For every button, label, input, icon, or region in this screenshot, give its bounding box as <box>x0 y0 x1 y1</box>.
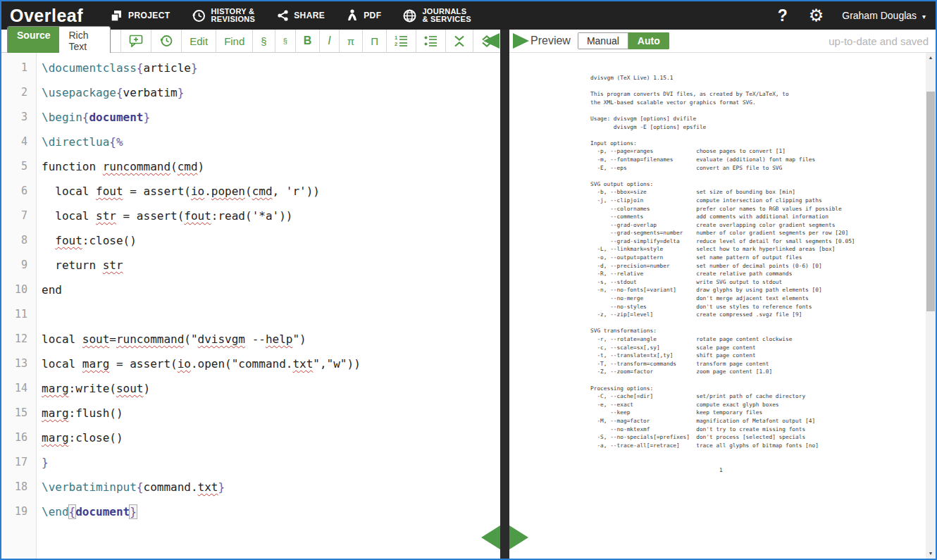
code-text: marg:close() <box>37 425 123 450</box>
nav-project-label: PROJECT <box>128 11 170 20</box>
code-text <box>37 302 42 327</box>
code-line[interactable]: 15marg:flush() <box>1 401 500 425</box>
compile-mode-toggle: Manual Auto <box>578 32 669 49</box>
line-number: 3 <box>1 105 37 130</box>
line-number: 10 <box>1 278 37 302</box>
expand-preview-arrow[interactable] <box>513 33 529 49</box>
code-text: fout:close() <box>37 228 137 253</box>
line-number: 13 <box>1 351 37 376</box>
preview-toolbar: Preview Manual Auto up-to-date and saved <box>509 30 936 53</box>
help-button[interactable]: ? <box>778 6 788 25</box>
code-line[interactable]: 5function runcommand(cmd) <box>1 154 500 179</box>
code-line[interactable]: 17} <box>1 450 500 475</box>
settings-gear-icon[interactable]: ⚙ <box>809 7 824 24</box>
chevrons-inward-icon <box>454 35 465 47</box>
preview-label: Preview <box>530 35 571 47</box>
unordered-list-icon <box>424 35 438 47</box>
code-line[interactable]: 19\end{document} <box>1 499 500 524</box>
auto-compile-button[interactable]: Auto <box>628 32 669 49</box>
italic-button[interactable]: I <box>319 30 338 53</box>
code-text: \documentclass{article} <box>37 56 198 80</box>
numbered-list-button[interactable]: 12 <box>386 30 416 53</box>
nav-journals-services[interactable]: JOURNALS & SERVICES <box>402 8 471 24</box>
code-line[interactable]: 7 local str = assert(fout:read('*a')) <box>1 204 500 228</box>
scrollbar-thumb[interactable] <box>926 92 935 311</box>
expand-preview-arrow-bottom[interactable] <box>509 525 528 549</box>
code-text: function runcommand(cmd) <box>37 154 204 179</box>
line-number: 7 <box>1 204 37 228</box>
line-number: 19 <box>1 499 37 524</box>
scroll-up-arrow[interactable]: ▲ <box>926 53 936 63</box>
track-changes-button[interactable] <box>151 30 181 53</box>
find-button[interactable]: Find <box>216 30 252 53</box>
nav-pdf[interactable]: PDF <box>346 8 381 23</box>
user-menu[interactable]: Graham Douglas ▾ <box>842 10 926 21</box>
clock-history-icon <box>192 8 206 23</box>
collapse-editor-arrow[interactable] <box>483 33 499 49</box>
globe-icon <box>402 8 417 23</box>
code-editor[interactable]: 1\documentclass{article}2\usepackage{ver… <box>1 53 500 559</box>
code-line[interactable]: 3\begin{document} <box>1 105 500 130</box>
code-line[interactable]: 14marg:write(sout) <box>1 376 500 401</box>
share-nodes-icon <box>276 9 289 22</box>
code-line[interactable]: 6 local fout = assert(io.popen(cmd, 'r')… <box>1 179 500 204</box>
mode-toggle: Source Rich Text <box>7 26 111 56</box>
user-name: Graham Douglas <box>842 10 917 21</box>
code-text: } <box>37 450 49 475</box>
code-text: \begin{document} <box>37 105 150 130</box>
subsection-button[interactable]: § <box>275 30 295 53</box>
code-line[interactable]: 10end <box>1 278 500 302</box>
code-text: local sout=runcommand("dvisvgm --help") <box>37 327 306 351</box>
rich-text-mode-button[interactable]: Rich Text <box>59 27 110 55</box>
bullet-list-button[interactable] <box>416 30 445 53</box>
code-text: \usepackage{verbatim} <box>37 80 184 105</box>
add-comment-button[interactable] <box>120 30 151 53</box>
line-number: 4 <box>1 130 37 154</box>
collapse-button[interactable] <box>445 30 473 53</box>
code-text: \directlua{% <box>37 130 123 154</box>
edit-menu-button[interactable]: Edit <box>181 30 216 53</box>
manual-compile-button[interactable]: Manual <box>578 32 628 49</box>
pane-divider[interactable] <box>500 30 509 559</box>
nav-share[interactable]: SHARE <box>276 9 325 22</box>
code-line[interactable]: 1\documentclass{article} <box>1 56 500 80</box>
line-number: 11 <box>1 302 37 327</box>
code-line[interactable]: 8 fout:close() <box>1 228 500 253</box>
overleaf-logo[interactable]: Overleaf <box>10 6 83 26</box>
code-text: return str <box>37 253 123 278</box>
pdf-preview-pane[interactable]: dvisvgm (TeX Live) 1.15.1 This program c… <box>509 53 936 559</box>
acrobat-person-icon <box>346 8 359 23</box>
copy-pages-icon <box>110 9 123 23</box>
collapse-editor-arrow-bottom[interactable] <box>481 525 500 549</box>
line-number: 17 <box>1 450 37 475</box>
code-line[interactable]: 12local sout=runcommand("dvisvgm --help"… <box>1 327 500 351</box>
code-line[interactable]: 4\directlua{% <box>1 130 500 154</box>
editor-toolbar: Source Rich Text Edit Find § § B I π Π <box>1 30 500 53</box>
line-number: 12 <box>1 327 37 351</box>
nav-pdf-label: PDF <box>364 11 381 20</box>
code-line[interactable]: 13local marg = assert(io.open("command.t… <box>1 351 500 376</box>
line-number: 15 <box>1 401 37 425</box>
code-line[interactable]: 2\usepackage{verbatim} <box>1 80 500 105</box>
code-text: marg:write(sout) <box>37 376 150 401</box>
nav-share-label: SHARE <box>294 11 325 20</box>
code-line[interactable]: 18\verbatiminput{command.txt} <box>1 475 500 499</box>
nav-project[interactable]: PROJECT <box>110 9 170 23</box>
code-line[interactable]: 11 <box>1 302 500 327</box>
line-number: 14 <box>1 376 37 401</box>
display-math-button[interactable]: Π <box>362 30 386 53</box>
section-button[interactable]: § <box>252 30 274 53</box>
nav-history-revisions[interactable]: HISTORY & REVISIONS <box>192 8 256 24</box>
source-mode-button[interactable]: Source <box>8 27 59 55</box>
code-text: end <box>37 278 62 302</box>
code-line[interactable]: 16marg:close() <box>1 425 500 450</box>
code-text: local str = assert(fout:read('*a')) <box>37 204 292 228</box>
bold-button[interactable]: B <box>295 30 320 53</box>
code-line[interactable]: 9 return str <box>1 253 500 278</box>
line-number: 1 <box>1 56 37 80</box>
scroll-down-arrow[interactable]: ▼ <box>926 549 936 559</box>
inline-math-button[interactable]: π <box>339 30 362 53</box>
line-number: 5 <box>1 154 37 179</box>
chevron-down-icon: ▾ <box>922 13 926 20</box>
line-number: 2 <box>1 80 37 105</box>
